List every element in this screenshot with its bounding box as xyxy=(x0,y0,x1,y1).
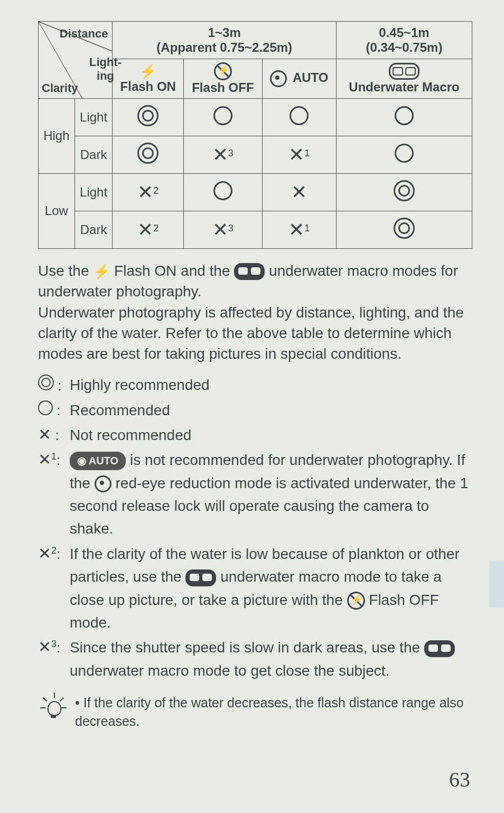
flash-on-icon: ⚡ xyxy=(139,63,156,79)
note1: 1 xyxy=(304,223,310,233)
not-recommended-icon: ✕ xyxy=(288,219,304,240)
flash-off-icon xyxy=(214,62,232,80)
lbl-clarity: Clarity xyxy=(42,81,78,95)
note3: 3 xyxy=(228,223,234,233)
page-number: 63 xyxy=(449,767,470,792)
intro-paragraph: Use the ⚡ Flash ON and the underwater ma… xyxy=(38,260,472,365)
cell xyxy=(337,173,472,211)
legend-x1: ✕1: ◉ AUTO is not recommended for underw… xyxy=(38,448,472,540)
dist1-line2: (Apparent 0.75~2.25m) xyxy=(115,40,334,55)
recommended-icon xyxy=(395,144,414,163)
cell xyxy=(337,136,472,173)
p1a: Use the xyxy=(38,263,93,279)
cell xyxy=(113,136,184,173)
light-label: Light xyxy=(74,173,113,211)
auto-chip-label: AUTO xyxy=(89,455,118,466)
macro-label: Underwater Macro xyxy=(349,80,459,94)
flash-on-icon: ⚡ xyxy=(93,264,110,279)
note2: 2 xyxy=(153,223,158,233)
cell: ✕3 xyxy=(184,136,263,173)
cell xyxy=(184,98,263,136)
cell: ✕2 xyxy=(113,173,184,211)
not-recommended-icon: ✕ xyxy=(137,181,153,203)
recommended-icon xyxy=(38,400,53,415)
note1: 1 xyxy=(51,452,57,462)
cell: ✕ xyxy=(262,173,336,211)
not-recommended-icon: ✕ xyxy=(38,638,51,656)
col-flashoff: Flash OFF xyxy=(184,59,263,99)
table-row: High Light xyxy=(39,98,472,136)
highly-recommended-icon xyxy=(38,375,54,390)
macro-icon xyxy=(185,569,216,586)
not-recommended-icon: ✕ xyxy=(212,144,228,165)
legend-x3-text: Since the shutter speed is slow in dark … xyxy=(70,636,472,682)
flash-off-icon xyxy=(347,592,365,610)
cell xyxy=(113,98,184,136)
tip-text: • If the clarity of the water decreases,… xyxy=(75,694,472,731)
auto-label: AUTO xyxy=(293,70,329,85)
not-recommended-icon: ✕ xyxy=(38,545,51,562)
col-auto: AUTO xyxy=(262,59,336,99)
dist2-line1: 0.45~1m xyxy=(339,25,470,40)
p1b: Flash ON and the xyxy=(114,263,234,279)
x3a: Since the shutter speed is slow in dark … xyxy=(70,639,424,656)
dark-label: Dark xyxy=(74,211,113,248)
note2: 2 xyxy=(153,185,158,196)
light-label: Light xyxy=(74,98,113,136)
legend-x3: ✕3: Since the shutter speed is slow in d… xyxy=(38,636,472,682)
recommended-icon xyxy=(395,106,414,125)
p2: Underwater photography is affected by di… xyxy=(38,304,464,362)
highly-recommended-icon xyxy=(137,143,158,164)
highly-recommended-icon xyxy=(394,218,415,239)
macro-icon xyxy=(389,63,419,80)
col-dist2: 0.45~1m (0.34~0.75m) xyxy=(337,22,472,59)
cell xyxy=(337,211,472,248)
note2: 2 xyxy=(51,545,57,556)
legend-x1-text: ◉ AUTO is not recommended for underwater… xyxy=(70,448,472,540)
legend-hr-text: Highly recommended xyxy=(70,373,472,396)
flashoff-label: Flash OFF xyxy=(192,80,254,95)
legend-x2-text: If the clarity of the water is low becau… xyxy=(70,543,472,634)
clarity-high: High xyxy=(39,98,75,173)
table-corner: Distance Light- ing Clarity xyxy=(39,22,113,99)
lightbulb-icon xyxy=(41,696,66,720)
redeye-icon xyxy=(95,475,111,492)
flashon-label: Flash ON xyxy=(120,79,176,94)
recommended-icon xyxy=(213,106,232,125)
legend-hr: : Highly recommended xyxy=(38,373,472,396)
col-dist1: 1~3m (Apparent 0.75~2.25m) xyxy=(113,22,337,59)
table-row: Low Light ✕2 ✕ xyxy=(39,173,472,211)
not-recommended-icon: ✕ xyxy=(288,144,304,165)
legend-r-text: Recommended xyxy=(70,399,472,422)
x1b: red-eye reduction mode is activated unde… xyxy=(70,475,468,537)
x3b: underwater macro mode to get close the s… xyxy=(70,662,389,679)
cell: ✕3 xyxy=(184,211,263,248)
clarity-low: Low xyxy=(39,173,75,248)
dist1-line1: 1~3m xyxy=(115,25,334,40)
legend-nr: ✕ : Not recommended xyxy=(38,424,472,446)
macro-icon xyxy=(234,263,265,280)
note3: 3 xyxy=(51,639,57,650)
cell xyxy=(337,98,472,136)
cell xyxy=(262,98,336,136)
legend-x2: ✕2: If the clarity of the water is low b… xyxy=(38,543,472,634)
mode-table: Distance Light- ing Clarity 1~3m (Appare… xyxy=(38,21,472,249)
tip-box: • If the clarity of the water decreases,… xyxy=(38,694,472,731)
recommended-icon xyxy=(290,106,309,125)
dark-label: Dark xyxy=(74,136,113,173)
highly-recommended-icon xyxy=(137,105,158,126)
legend-nr-text: Not recommended xyxy=(70,424,472,446)
macro-icon xyxy=(424,640,455,657)
redeye-icon xyxy=(270,70,287,87)
cell: ✕1 xyxy=(262,211,336,248)
note3: 3 xyxy=(228,148,234,158)
cell: ✕1 xyxy=(262,136,336,173)
col-macro: Underwater Macro xyxy=(337,59,472,99)
recommended-icon xyxy=(213,181,232,200)
highly-recommended-icon xyxy=(394,180,415,201)
table-row: Dark ✕3 ✕1 xyxy=(39,136,472,173)
cell: ✕2 xyxy=(113,211,184,248)
dist2-line2: (0.34~0.75m) xyxy=(339,40,470,55)
lbl-lighting: Light- ing xyxy=(89,55,122,83)
table-row: Dark ✕2 ✕3 ✕1 xyxy=(39,211,472,248)
